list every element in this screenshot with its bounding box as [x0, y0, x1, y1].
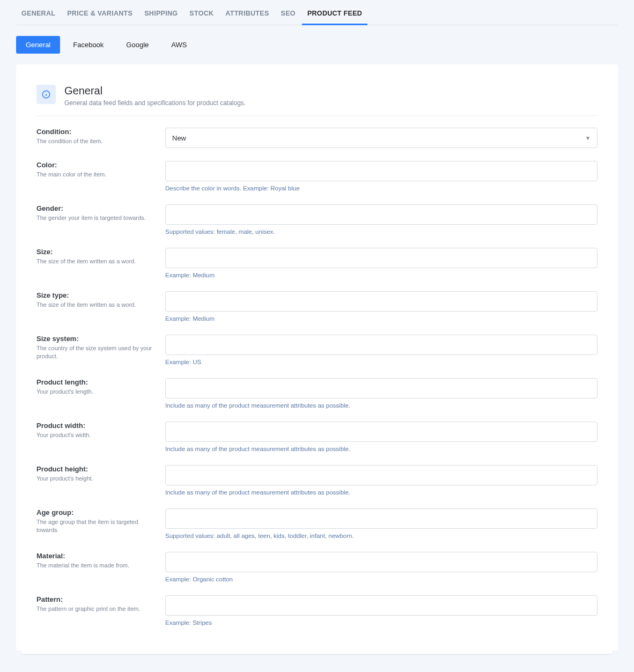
- input-size[interactable]: [165, 248, 598, 268]
- hint-size-type: Example: Medium: [165, 315, 598, 322]
- input-size-type[interactable]: [165, 291, 598, 312]
- hint-age-group: Supported values: adult, all ages, teen,…: [165, 533, 598, 539]
- label-product-width: Product width:: [36, 422, 154, 430]
- row-size-type: Size type: The size of the item written …: [36, 291, 598, 322]
- desc-color: The main color of the item.: [36, 171, 154, 179]
- svg-point-2: [46, 92, 46, 93]
- desc-product-length: Your product's length.: [36, 388, 154, 396]
- input-material[interactable]: [165, 552, 598, 572]
- subtab-facebook[interactable]: Facebook: [63, 36, 113, 54]
- subtab-general[interactable]: General: [16, 36, 60, 54]
- hint-product-height: Include as many of the product measureme…: [165, 489, 598, 496]
- row-size-system: Size system: The country of the size sys…: [36, 335, 598, 365]
- input-product-length[interactable]: [165, 378, 598, 398]
- input-gender[interactable]: [165, 204, 598, 225]
- form-card: General General data feed fields and spe…: [16, 64, 618, 651]
- row-pattern: Pattern: The pattern or graphic print on…: [36, 595, 598, 626]
- tab-general[interactable]: GENERAL: [16, 10, 61, 25]
- row-product-length: Product length: Your product's length. I…: [36, 378, 598, 409]
- desc-condition: The condition of the item.: [36, 137, 154, 145]
- label-size-system: Size system:: [36, 335, 154, 343]
- desc-size: The size of the item written as a word.: [36, 257, 154, 265]
- tab-shipping[interactable]: SHIPPING: [139, 10, 183, 25]
- input-product-width[interactable]: [165, 422, 598, 442]
- select-condition[interactable]: New ▼: [165, 128, 598, 148]
- row-product-width: Product width: Your product's width. Inc…: [36, 422, 598, 452]
- input-product-height[interactable]: [165, 465, 598, 485]
- chevron-down-icon: ▼: [585, 135, 591, 141]
- select-condition-value: New: [172, 134, 186, 142]
- sub-tab-bar: General Facebook Google AWS: [16, 36, 618, 54]
- section-title: General: [64, 85, 246, 97]
- primary-tab-bar: GENERAL PRICE & VARIANTS SHIPPING STOCK …: [16, 0, 618, 25]
- row-size: Size: The size of the item written as a …: [36, 248, 598, 278]
- input-size-system[interactable]: [165, 335, 598, 355]
- label-age-group: Age group:: [36, 508, 154, 516]
- tab-product-feed[interactable]: PRODUCT FEED: [302, 10, 367, 25]
- hint-product-width: Include as many of the product measureme…: [165, 446, 598, 452]
- tab-price-variants[interactable]: PRICE & VARIANTS: [62, 10, 138, 25]
- row-age-group: Age group: The age group that the item i…: [36, 508, 598, 539]
- tab-seo[interactable]: SEO: [276, 10, 301, 25]
- row-material: Material: The material the item is made …: [36, 552, 598, 582]
- label-size: Size:: [36, 248, 154, 256]
- desc-material: The material the item is made from.: [36, 562, 154, 570]
- label-gender: Gender:: [36, 204, 154, 212]
- input-color[interactable]: [165, 161, 598, 181]
- hint-product-length: Include as many of the product measureme…: [165, 402, 598, 409]
- hint-gender: Supported values: female, male, unisex.: [165, 228, 598, 235]
- desc-product-height: Your product's height.: [36, 475, 154, 483]
- label-material: Material:: [36, 552, 154, 560]
- tab-stock[interactable]: STOCK: [184, 10, 219, 25]
- hint-material: Example: Organic cotton: [165, 576, 598, 582]
- row-condition: Condition: The condition of the item. Ne…: [36, 128, 598, 148]
- label-condition: Condition:: [36, 128, 154, 136]
- hint-pattern: Example: Stripes: [165, 619, 598, 626]
- label-product-height: Product height:: [36, 465, 154, 473]
- label-color: Color:: [36, 161, 154, 169]
- desc-age-group: The age group that the item is targeted …: [36, 518, 154, 535]
- desc-pattern: The pattern or graphic print on the item…: [36, 605, 154, 613]
- section-subtitle: General data feed fields and specificati…: [64, 99, 246, 107]
- desc-size-system: The country of the size system used by y…: [36, 344, 154, 361]
- label-product-length: Product length:: [36, 378, 154, 386]
- tab-attributes[interactable]: ATTRIBUTES: [220, 10, 274, 25]
- input-pattern[interactable]: [165, 595, 598, 616]
- input-age-group[interactable]: [165, 508, 598, 529]
- label-pattern: Pattern:: [36, 595, 154, 603]
- row-color: Color: The main color of the item. Descr…: [36, 161, 598, 191]
- hint-size-system: Example: US: [165, 359, 598, 365]
- subtab-aws[interactable]: AWS: [161, 36, 196, 54]
- section-header: General General data feed fields and spe…: [36, 85, 598, 116]
- desc-product-width: Your product's width.: [36, 431, 154, 439]
- info-icon: [36, 85, 56, 104]
- hint-color: Describe the color in words. Example: Ro…: [165, 185, 598, 191]
- label-size-type: Size type:: [36, 291, 154, 299]
- desc-size-type: The size of the item written as a word.: [36, 301, 154, 309]
- subtab-google[interactable]: Google: [116, 36, 158, 54]
- row-gender: Gender: The gender your item is targeted…: [36, 204, 598, 235]
- row-product-height: Product height: Your product's height. I…: [36, 465, 598, 496]
- hint-size: Example: Medium: [165, 272, 598, 278]
- desc-gender: The gender your item is targeted towards…: [36, 214, 154, 222]
